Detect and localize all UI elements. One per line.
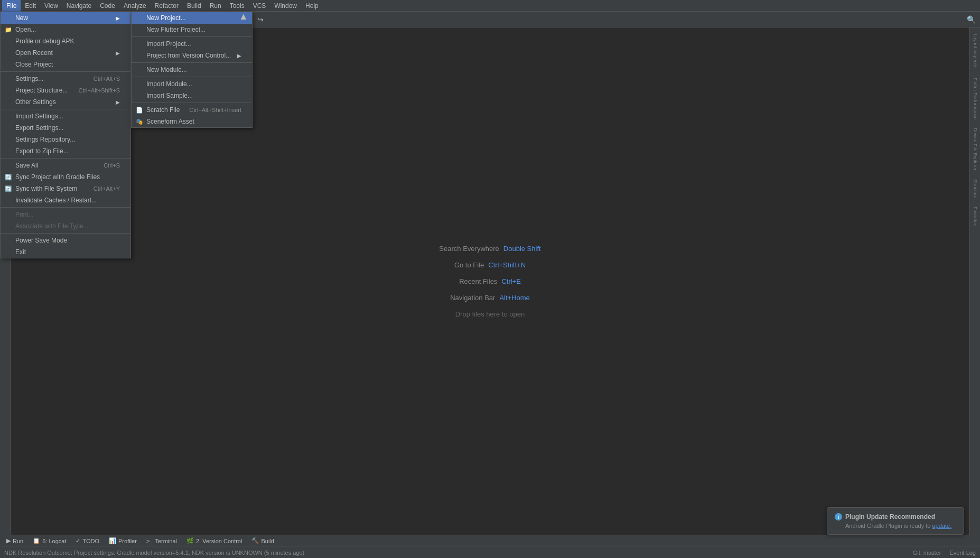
file-menu-export-settings[interactable]: Export Settings...	[1, 122, 130, 134]
file-menu-close-project[interactable]: Close Project	[1, 59, 130, 70]
menu-analyze[interactable]: Analyze	[119, 0, 151, 12]
other-settings-arrow: ▶	[116, 99, 120, 105]
logcat-tab-icon: 📋	[33, 537, 40, 544]
file-menu-associate-file: Associate with File Type...	[1, 220, 130, 232]
hint-search-everywhere: Search Everywhere Double Shift	[439, 245, 540, 253]
invalidate-caches-label: Invalidate Caches / Restart...	[15, 197, 97, 204]
terminal-tab-icon: >_	[146, 538, 153, 544]
notif-info-icon: i	[835, 513, 842, 520]
scratch-file-icon: 📄	[136, 107, 143, 114]
drop-files-hint: Drop files here to open	[455, 310, 525, 318]
file-menu: New ▶ 📁 Open... Profile or debug APK Ope…	[0, 12, 131, 258]
tab-terminal[interactable]: >_ Terminal	[142, 535, 181, 547]
import-sample-label: Import Sample...	[146, 92, 193, 99]
event-log[interactable]: Event Log	[949, 550, 976, 556]
profiler-tab-label: Profiler	[118, 538, 137, 544]
layout-inspector-tool[interactable]: Layout Inspector	[972, 30, 979, 73]
terminal-tab-label: Terminal	[155, 538, 177, 544]
submenu-new-project[interactable]: New Project...	[132, 12, 252, 24]
run-tab-label: Run	[13, 538, 23, 544]
file-menu-sync-gradle[interactable]: 🔄 Sync Project with Gradle Files	[1, 171, 130, 183]
new-arrow: ▶	[116, 15, 120, 21]
submenu-new-module[interactable]: New Module...	[132, 64, 252, 76]
file-menu-save-all[interactable]: Save All Ctrl+S	[1, 160, 130, 171]
git-branch[interactable]: Git: master	[913, 550, 941, 556]
tab-todo[interactable]: ✓ TODO	[71, 535, 104, 547]
menu-edit[interactable]: Edit	[21, 0, 40, 12]
file-menu-open-recent[interactable]: Open Recent ▶	[1, 47, 130, 59]
build-tab-label: Build	[261, 538, 274, 544]
search-everywhere-btn[interactable]: 🔍	[965, 14, 977, 25]
menu-run[interactable]: Run	[206, 0, 226, 12]
submenu-sep1	[132, 36, 252, 37]
favorites-tool[interactable]: Favorites	[972, 202, 979, 230]
file-menu-settings[interactable]: Settings... Ctrl+Alt+S	[1, 73, 130, 85]
file-menu-exit[interactable]: Exit	[1, 246, 130, 258]
todo-tab-label: TODO	[82, 538, 99, 544]
search-everywhere-shortcut: Double Shift	[503, 245, 541, 253]
structure-tool-right[interactable]: Structure	[972, 175, 979, 203]
notif-update-link[interactable]: update.	[932, 523, 952, 529]
submenu-import-project[interactable]: Import Project...	[132, 38, 252, 50]
profile-debug-label: Profile or debug APK	[15, 38, 74, 45]
file-menu-export-zip[interactable]: Export to Zip File...	[1, 145, 130, 157]
submenu-sep4	[132, 103, 252, 103]
file-menu-open[interactable]: 📁 Open...	[1, 24, 130, 35]
tab-version-control[interactable]: 🌿 2: Version Control	[182, 535, 246, 547]
file-menu-import-settings[interactable]: Import Settings...	[1, 110, 130, 122]
file-menu-sep5	[1, 233, 130, 234]
settings-shortcut: Ctrl+Alt+S	[94, 76, 120, 82]
menu-window[interactable]: Window	[270, 0, 301, 12]
file-menu-settings-repo[interactable]: Settings Repository...	[1, 134, 130, 145]
menu-code[interactable]: Code	[96, 0, 119, 12]
menu-file[interactable]: File	[2, 0, 21, 12]
tab-run[interactable]: ▶ Run	[2, 535, 27, 547]
file-menu-profile-debug[interactable]: Profile or debug APK	[1, 35, 130, 47]
menu-help[interactable]: Help	[301, 0, 323, 12]
menu-tools[interactable]: Tools	[226, 0, 249, 12]
device-file-explorer-tool[interactable]: Device File Explorer	[972, 124, 979, 175]
menu-view[interactable]: View	[40, 0, 62, 12]
todo-tab-icon: ✓	[76, 537, 80, 544]
redo-btn[interactable]: ↪	[255, 14, 266, 25]
file-menu-new[interactable]: New ▶	[1, 12, 130, 24]
menu-build[interactable]: Build	[183, 0, 206, 12]
file-menu-sep2	[1, 109, 130, 109]
sceneform-icon: 🎭	[136, 118, 143, 125]
file-menu-print: Print...	[1, 209, 130, 220]
file-menu-sep1	[1, 71, 130, 72]
submenu-import-module[interactable]: Import Module...	[132, 78, 252, 90]
project-structure-label: Project Structure...	[15, 87, 68, 94]
tab-profiler[interactable]: 📊 Profiler	[105, 535, 141, 547]
print-label: Print...	[15, 211, 34, 218]
submenu-import-sample[interactable]: Import Sample...	[132, 90, 252, 101]
file-menu-sync-fs[interactable]: 🔄 Sync with File System Ctrl+Alt+Y	[1, 183, 130, 194]
new-flutter-label: New Flutter Project...	[146, 26, 206, 33]
file-menu-invalidate-caches[interactable]: Invalidate Caches / Restart...	[1, 194, 130, 206]
tab-build[interactable]: 🔨 Build	[247, 535, 278, 547]
menu-refactor[interactable]: Refactor	[151, 0, 183, 12]
file-menu-power-save[interactable]: Power Save Mode	[1, 235, 130, 246]
menubar: File Edit View Navigate Code Analyze Ref…	[0, 0, 980, 12]
menu-vcs[interactable]: VCS	[249, 0, 270, 12]
file-menu-project-structure[interactable]: Project Structure... Ctrl+Alt+Shift+S	[1, 85, 130, 96]
flutter-performance-tool[interactable]: Flutter Performance	[972, 73, 979, 124]
tab-logcat[interactable]: 📋 6: Logcat	[29, 535, 70, 547]
associate-file-label: Associate with File Type...	[15, 222, 89, 230]
sync-gradle-label: Sync Project with Gradle Files	[15, 173, 100, 181]
notif-body-text: Android Gradle Plugin is ready to	[845, 523, 930, 529]
submenu-sep2	[132, 62, 252, 63]
submenu-project-vcs[interactable]: Project from Version Control... ▶	[132, 50, 252, 61]
submenu-sep3	[132, 77, 252, 77]
build-tab-icon: 🔨	[251, 537, 259, 544]
notif-title-row: i Plugin Update Recommended	[835, 513, 956, 520]
file-menu-other-settings[interactable]: Other Settings ▶	[1, 96, 130, 108]
recent-files-label: Recent Files	[459, 277, 497, 285]
open-recent-label: Open Recent	[15, 49, 53, 57]
submenu-scratch-file[interactable]: 📄 Scratch File Ctrl+Alt+Shift+Insert	[132, 104, 252, 116]
submenu-new-flutter[interactable]: New Flutter Project...	[132, 24, 252, 35]
project-vcs-label: Project from Version Control...	[146, 52, 231, 59]
menu-navigate[interactable]: Navigate	[62, 0, 96, 12]
submenu-sceneform-asset[interactable]: 🎭 Sceneform Asset	[132, 116, 252, 127]
status-text: NDK Resolution Outcome: Project settings…	[4, 550, 304, 556]
